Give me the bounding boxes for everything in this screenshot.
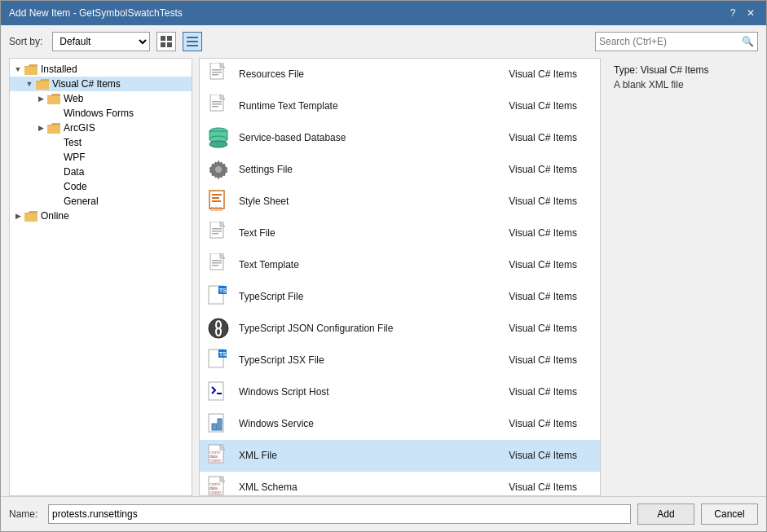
- tree-item-label: Test: [64, 137, 82, 148]
- item-name: Service-based Database: [239, 132, 487, 143]
- item-name: Resources File: [239, 68, 487, 80]
- svg-rect-1: [167, 36, 172, 41]
- close-button[interactable]: ✕: [743, 6, 758, 20]
- tree-item-label: ArcGIS: [64, 122, 95, 134]
- tree-item-installed[interactable]: ▼ Installed: [10, 62, 192, 77]
- tree-expand-placeholder: [36, 167, 46, 177]
- item-name: Text File: [239, 227, 487, 239]
- item-icon-xml: <xml> data </xml>: [206, 443, 231, 468]
- svg-rect-30: [212, 228, 222, 230]
- json-icon: [207, 317, 230, 340]
- cancel-button[interactable]: Cancel: [701, 503, 758, 525]
- tree-expand-icon: ▶: [13, 211, 23, 221]
- item-name: Windows Script Host: [239, 386, 487, 398]
- svg-rect-2: [161, 42, 165, 47]
- list-item-text-file[interactable]: Text File Visual C# Items: [200, 218, 600, 249]
- list-item-settings-file[interactable]: Settings File Visual C# Items: [200, 154, 600, 186]
- folder-icon: [47, 123, 60, 134]
- list-item-service-based-database[interactable]: Service-based Database Visual C# Items: [200, 122, 600, 154]
- svg-rect-32: [212, 233, 218, 235]
- item-category: Visual C# Items: [487, 100, 577, 112]
- list-item-runtime-text-template[interactable]: Runtime Text Template Visual C# Items: [200, 90, 600, 122]
- tree-item-wpf[interactable]: WPF: [10, 150, 192, 165]
- item-name: TypeScript File: [239, 291, 487, 302]
- sort-label: Sort by:: [9, 36, 42, 47]
- item-icon-ts: TS: [206, 284, 231, 309]
- svg-text:</xml>: </xml>: [209, 490, 222, 495]
- list-item-typescript-file[interactable]: TS TypeScript File Visual C# Items: [200, 281, 600, 313]
- tree-item-label: Visual C# Items: [52, 78, 121, 90]
- list-item-windows-script-host[interactable]: Windows Script Host Visual C# Items: [200, 376, 600, 408]
- name-input[interactable]: [48, 504, 631, 524]
- title-bar: Add New Item - GetSymbolSwatchTests ? ✕: [1, 1, 766, 25]
- tree-item-web[interactable]: ▶ Web: [10, 91, 192, 106]
- list-view-button[interactable]: [183, 32, 202, 51]
- item-name: Windows Service: [239, 418, 487, 429]
- tree-item-code[interactable]: Code: [10, 179, 192, 194]
- type-value: Visual C# Items: [641, 64, 709, 76]
- svg-rect-15: [212, 103, 222, 105]
- tree-expand-icon: ▶: [36, 123, 46, 133]
- item-icon-style: CSS: [206, 189, 231, 213]
- svg-rect-16: [212, 106, 218, 108]
- svg-rect-48: [212, 424, 217, 430]
- svg-rect-6: [187, 45, 198, 46]
- list-item-typescript-json[interactable]: TypeScript JSON Configuration File Visua…: [200, 313, 600, 345]
- item-name: Style Sheet: [239, 196, 487, 207]
- tree-item-online[interactable]: ▶ Online: [10, 209, 192, 223]
- list-item-typescript-jsx[interactable]: TS TypeScript JSX File Visual C# Items: [200, 345, 600, 376]
- sort-select[interactable]: Default: [52, 32, 150, 51]
- item-icon-doc: [206, 221, 231, 245]
- tree-expand-placeholder: [36, 108, 46, 118]
- item-icon-ts: TS: [206, 348, 231, 372]
- item-icon-gear: [206, 157, 231, 182]
- svg-rect-31: [212, 231, 222, 232]
- tree-item-label: Installed: [41, 64, 77, 75]
- db-icon: [208, 126, 229, 149]
- item-category: Visual C# Items: [487, 481, 577, 493]
- grid-view-button[interactable]: [156, 32, 176, 51]
- list-item-xml-file[interactable]: <xml> data </xml> XML File Visual C# Ite…: [200, 440, 600, 472]
- list-item-windows-service[interactable]: Windows Service Visual C# Items: [200, 408, 600, 440]
- list-item-resources-file[interactable]: Resources File Visual C# Items: [200, 59, 600, 90]
- add-button[interactable]: Add: [637, 503, 694, 525]
- tree-item-general[interactable]: General: [10, 194, 192, 209]
- tree-item-label: Online: [41, 210, 69, 222]
- item-icon-script: [206, 380, 231, 404]
- folder-icon: [24, 211, 37, 222]
- item-name: Runtime Text Template: [239, 100, 487, 112]
- tree-item-test[interactable]: Test: [10, 135, 192, 150]
- item-name: XML File: [239, 450, 487, 461]
- list-item-style-sheet[interactable]: CSS Style Sheet Visual C# Items: [200, 186, 600, 218]
- svg-point-22: [215, 166, 222, 173]
- item-category: Visual C# Items: [487, 354, 577, 366]
- list-item-xml-schema[interactable]: <xml> data </xml> XML Schema Visual C# I…: [200, 472, 600, 496]
- svg-rect-37: [212, 265, 218, 266]
- tree-item-data[interactable]: Data: [10, 165, 192, 179]
- svg-rect-45: [209, 382, 223, 400]
- item-icon-service: [206, 411, 231, 436]
- search-input[interactable]: [599, 36, 742, 47]
- tree-item-arcgis[interactable]: ▶ ArcGIS: [10, 121, 192, 135]
- tree-expand-placeholder: [36, 182, 46, 191]
- doc-icon: [209, 63, 228, 86]
- tree-expand-icon: ▼: [13, 64, 23, 74]
- name-label: Name:: [9, 508, 42, 520]
- dialog-body: Sort by: Default: [1, 25, 766, 531]
- item-icon-db: [206, 125, 231, 150]
- svg-text:CSS: CSS: [210, 206, 223, 212]
- ts-icon: TS: [208, 285, 229, 308]
- help-button[interactable]: ?: [725, 6, 740, 20]
- item-category: Visual C# Items: [487, 227, 577, 239]
- tree-item-visual-csharp[interactable]: ▼ Visual C# Items: [10, 77, 192, 91]
- tree-expand-icon: ▼: [24, 79, 34, 89]
- item-category: Visual C# Items: [487, 386, 577, 398]
- svg-rect-11: [212, 74, 218, 76]
- item-icon-doc: [206, 62, 231, 86]
- list-item-text-template[interactable]: Text Template Visual C# Items: [200, 249, 600, 281]
- item-category: Visual C# Items: [487, 68, 577, 80]
- item-icon-doc: [206, 94, 231, 118]
- tree-item-windows-forms[interactable]: Windows Forms: [10, 106, 192, 121]
- style-icon: CSS: [209, 190, 228, 213]
- svg-text:TS: TS: [219, 351, 227, 357]
